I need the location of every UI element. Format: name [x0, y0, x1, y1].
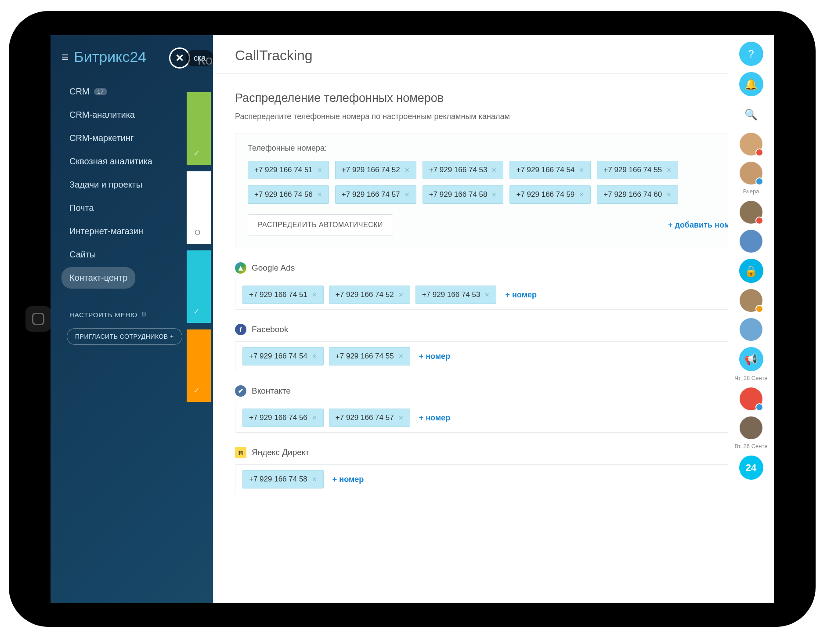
phone-chip[interactable]: +7 929 166 74 58✕	[242, 470, 324, 488]
sidebar-item[interactable]: Сайты	[61, 244, 104, 265]
remove-icon[interactable]: ✕	[666, 166, 672, 174]
channel-box: +7 929 166 74 56✕+7 929 166 74 57✕+ номе…	[235, 403, 752, 433]
sidebar-item[interactable]: Почта	[61, 197, 102, 219]
remove-icon[interactable]: ✕	[405, 166, 410, 174]
avatar[interactable]	[740, 230, 762, 253]
channel-name: Яндекс Директ	[252, 448, 309, 457]
phone-chip[interactable]: +7 929 166 74 51✕	[242, 286, 324, 304]
phone-number: +7 929 166 74 53	[429, 166, 488, 174]
channel-box: +7 929 166 74 54✕+7 929 166 74 55✕+ номе…	[235, 341, 752, 371]
remove-icon[interactable]: ✕	[579, 191, 584, 198]
search-icon[interactable]: 🔍	[739, 102, 763, 127]
b24-icon[interactable]: 24	[739, 456, 763, 480]
phone-number: +7 929 166 74 57	[336, 413, 394, 422]
channel-name: Вконтакте	[252, 386, 291, 396]
remove-icon[interactable]: ✕	[312, 414, 317, 421]
avatar[interactable]	[740, 133, 762, 156]
sidebar-item[interactable]: CRM17	[61, 81, 115, 102]
logo-row: ≡ Битрикс24	[61, 48, 187, 65]
avatar[interactable]	[740, 162, 762, 185]
phone-chip[interactable]: +7 929 166 74 59✕	[509, 185, 591, 204]
sidebar-item[interactable]: Сквозная аналитика	[61, 151, 160, 172]
add-number-link[interactable]: + номер	[329, 471, 367, 488]
phone-chip[interactable]: +7 929 166 74 51✕	[248, 161, 329, 179]
gads-icon: ▲	[235, 262, 246, 274]
sidebar-item[interactable]: Контакт-центр	[61, 267, 135, 289]
phone-chip[interactable]: +7 929 166 74 52✕	[329, 286, 410, 304]
phone-chip[interactable]: +7 929 166 74 54✕	[509, 161, 591, 179]
sidebar-item[interactable]: CRM-аналитика	[61, 104, 143, 126]
card-green[interactable]: ✓	[187, 92, 211, 165]
phone-chip[interactable]: +7 929 166 74 53✕	[423, 161, 504, 179]
channel-block: fFacebook+7 929 166 74 54✕+7 929 166 74 …	[235, 324, 752, 371]
phone-chip[interactable]: +7 929 166 74 57✕	[335, 185, 416, 204]
channel-block: ✔Вконтакте+7 929 166 74 56✕+7 929 166 74…	[235, 385, 752, 433]
add-number-link[interactable]: + номер	[502, 287, 540, 303]
section-title: Распределение телефонных номеров	[235, 91, 752, 105]
card-white[interactable]: О	[187, 171, 211, 244]
check-icon: ✓	[193, 307, 200, 316]
remove-icon[interactable]: ✕	[491, 166, 497, 174]
phone-number: +7 929 166 74 58	[249, 475, 307, 484]
avatar[interactable]	[740, 318, 762, 341]
remove-icon[interactable]: ✕	[398, 291, 404, 298]
remove-icon[interactable]: ✕	[312, 353, 317, 360]
card-orange[interactable]: ✓	[187, 329, 211, 402]
avatar[interactable]	[740, 289, 762, 312]
phone-chip[interactable]: +7 929 166 74 56✕	[248, 185, 329, 204]
remove-icon[interactable]: ✕	[312, 291, 317, 298]
card-strip: ✓ О ✓ ✓	[187, 92, 211, 409]
channel-box: +7 929 166 74 51✕+7 929 166 74 52✕+7 929…	[235, 280, 752, 310]
settings-menu-link[interactable]: НАСТРОИТЬ МЕНЮ ⚙	[61, 311, 187, 318]
remove-icon[interactable]: ✕	[484, 291, 490, 298]
modal-title: CallTracking	[235, 47, 752, 73]
sidebar-item[interactable]: CRM-маркетинг	[61, 127, 141, 149]
phone-pool-box: Телефонные номера: +7 929 166 74 51✕+7 9…	[235, 134, 752, 248]
remove-icon[interactable]: ✕	[579, 166, 584, 174]
sidebar-item[interactable]: Интернет-магазин	[61, 221, 151, 242]
phone-chip[interactable]: +7 929 166 74 54✕	[242, 347, 324, 365]
avatar[interactable]	[740, 416, 762, 439]
channel-block: ▲Google Ads+7 929 166 74 51✕+7 929 166 7…	[235, 262, 752, 310]
phone-number: +7 929 166 74 59	[516, 190, 574, 199]
lock-icon[interactable]: 🔒	[739, 259, 763, 283]
status-badge	[755, 177, 763, 185]
phone-chip[interactable]: +7 929 166 74 56✕	[242, 409, 324, 427]
help-icon[interactable]: ?	[739, 42, 763, 66]
card-cyan[interactable]: ✓	[187, 250, 211, 323]
close-row: ✕ ска	[169, 47, 213, 69]
phone-chip[interactable]: +7 929 166 74 60✕	[597, 185, 678, 204]
status-badge	[755, 148, 763, 156]
phone-number: +7 929 166 74 56	[249, 413, 307, 422]
remove-icon[interactable]: ✕	[312, 476, 317, 483]
avatar[interactable]	[740, 201, 762, 224]
remove-icon[interactable]: ✕	[405, 191, 410, 198]
remove-icon[interactable]: ✕	[666, 191, 672, 198]
phone-chip[interactable]: +7 929 166 74 55✕	[329, 347, 410, 365]
gear-icon: ⚙	[141, 311, 147, 318]
phone-chip[interactable]: +7 929 166 74 52✕	[335, 161, 416, 179]
phone-chip[interactable]: +7 929 166 74 53✕	[415, 286, 497, 304]
channel-name: Facebook	[252, 325, 288, 334]
invite-button[interactable]: ПРИГЛАСИТЬ СОТРУДНИКОВ +	[67, 328, 182, 345]
sidebar-item[interactable]: Задачи и проекты	[61, 174, 150, 195]
bell-icon[interactable]: 🔔	[739, 72, 763, 96]
remove-icon[interactable]: ✕	[317, 191, 322, 198]
remove-icon[interactable]: ✕	[317, 166, 322, 174]
megaphone-icon[interactable]: 📢	[739, 347, 763, 371]
hamburger-icon[interactable]: ≡	[61, 50, 69, 64]
distribute-auto-button[interactable]: РАСПРЕДЕЛИТЬ АВТОМАТИЧЕСКИ	[248, 214, 393, 235]
remove-icon[interactable]: ✕	[398, 353, 404, 360]
phone-number: +7 929 166 74 53	[422, 290, 480, 299]
channel-box: +7 929 166 74 58✕+ номер	[235, 464, 752, 494]
remove-icon[interactable]: ✕	[491, 191, 497, 198]
phone-chip[interactable]: +7 929 166 74 58✕	[423, 185, 504, 204]
add-number-link[interactable]: + номер	[415, 348, 454, 365]
home-button[interactable]	[25, 306, 51, 332]
add-number-link[interactable]: + номер	[415, 410, 454, 426]
remove-icon[interactable]: ✕	[398, 414, 404, 421]
phone-chip[interactable]: +7 929 166 74 55✕	[597, 161, 678, 179]
avatar[interactable]	[740, 387, 762, 410]
phone-chip[interactable]: +7 929 166 74 57✕	[329, 409, 410, 427]
logo: Битрикс24	[74, 48, 146, 65]
